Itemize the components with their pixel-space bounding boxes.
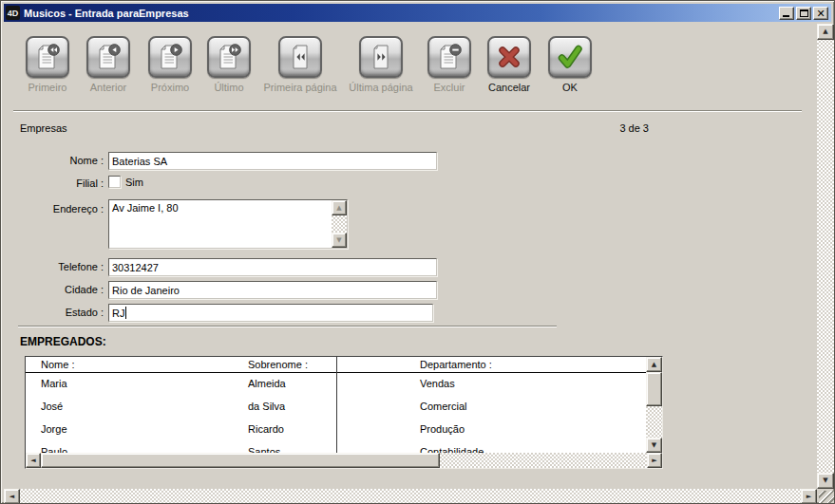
employees-vertical-scrollbar[interactable]: ▲ ▼	[646, 357, 662, 453]
section-label: Empresas	[20, 122, 67, 134]
endereco-label: Endereço :	[28, 203, 104, 215]
minimize-icon	[783, 15, 789, 17]
endereco-textarea[interactable]: Av Jaime I, 80 ▲ ▼	[108, 199, 348, 249]
cell-departamento: Comercial	[420, 401, 467, 412]
scroll-down-button[interactable]: ▼	[817, 473, 834, 489]
cell-departamento: Produção	[420, 423, 465, 435]
column-divider	[336, 357, 337, 453]
column-header-sobrenome: Sobrenome :	[248, 359, 308, 370]
scroll-left-button[interactable]: ◄	[26, 453, 41, 468]
scrollbar-thumb[interactable]	[646, 372, 662, 406]
cell-sobrenome: Almeida	[248, 378, 286, 389]
endereco-scrollbar[interactable]: ▲ ▼	[332, 200, 347, 248]
page-last-icon	[369, 43, 393, 71]
scroll-up-button[interactable]: ▲	[646, 357, 662, 372]
scrollbar-track[interactable]	[817, 24, 834, 489]
column-header-nome: Nome :	[41, 359, 74, 370]
cell-sobrenome: da Silva	[248, 401, 285, 412]
scrollbar-thumb[interactable]	[41, 453, 440, 468]
toolbar-item-ok: OK	[513, 36, 627, 93]
scroll-down-button[interactable]: ▼	[646, 438, 662, 453]
nome-label: Nome :	[28, 155, 104, 166]
scroll-right-button[interactable]: ►	[647, 453, 662, 468]
endereco-value: Av Jaime I, 80	[112, 202, 179, 214]
maximize-icon	[800, 9, 808, 17]
employees-heading: EMPREGADOS:	[20, 335, 106, 348]
page-first-icon	[288, 43, 313, 71]
window-vertical-scrollbar[interactable]: ▲ ▼	[817, 24, 834, 489]
estado-label: Estado :	[28, 307, 104, 318]
cell-nome: José	[41, 401, 63, 412]
app-window: 4D Musicos - Entrada paraEmpresas ✕ Prim…	[0, 0, 835, 504]
scroll-up-button[interactable]: ▲	[817, 24, 834, 40]
toolbar-separator	[13, 110, 802, 112]
scroll-right-button[interactable]: ►	[801, 489, 817, 504]
maximize-button[interactable]	[796, 7, 811, 20]
minimize-button[interactable]	[779, 7, 794, 20]
endereco-scroll-down-button[interactable]: ▼	[332, 233, 347, 248]
estado-input[interactable]: RJ	[108, 304, 433, 322]
app-icon: 4D	[6, 6, 20, 20]
ok-check-icon	[556, 43, 584, 71]
estado-value: RJ	[112, 308, 124, 319]
cell-departamento: Contabilidade	[420, 446, 484, 453]
close-button[interactable]: ✕	[813, 7, 828, 20]
endereco-scroll-up-button[interactable]: ▲	[332, 200, 347, 215]
form-separator	[18, 326, 557, 327]
window-title: Musicos - Entrada paraEmpresas	[24, 8, 779, 19]
toolbar-button-label: OK	[562, 82, 578, 93]
scroll-left-button[interactable]: ◄	[4, 489, 20, 504]
filial-checkbox-label: Sim	[125, 177, 143, 188]
column-header-departamento: Departamento :	[420, 359, 492, 370]
cell-sobrenome: Santos	[248, 446, 280, 453]
document-last-record-icon	[217, 43, 241, 71]
toolbar-button-label: Último	[214, 82, 243, 93]
nome-input[interactable]	[108, 152, 437, 170]
cell-sobrenome: Ricardo	[248, 423, 284, 435]
cell-nome: Paulo	[41, 446, 67, 453]
cidade-label: Cidade :	[28, 284, 104, 295]
telefone-label: Telefone :	[28, 261, 104, 272]
text-caret	[125, 307, 126, 319]
cidade-input[interactable]	[108, 281, 437, 299]
employees-horizontal-scrollbar[interactable]: ◄ ►	[26, 453, 662, 468]
cell-nome: Jorge	[41, 423, 67, 435]
employees-table: Nome : Sobrenome : Departamento : Maria …	[25, 356, 663, 469]
window-horizontal-scrollbar[interactable]: ◄ ►	[4, 489, 817, 504]
resize-grip[interactable]	[819, 491, 834, 504]
first-page-button[interactable]	[278, 36, 322, 78]
titlebar[interactable]: 4D Musicos - Entrada paraEmpresas ✕	[4, 4, 831, 22]
filial-checkbox[interactable]	[108, 176, 121, 188]
ok-button[interactable]	[548, 36, 592, 78]
record-counter: 3 de 3	[568, 122, 649, 134]
scrollbar-track[interactable]	[4, 489, 817, 504]
filial-label: Filial :	[28, 177, 104, 189]
cell-nome: Maria	[41, 378, 67, 389]
telefone-input[interactable]	[108, 258, 437, 276]
close-icon: ✕	[814, 7, 827, 20]
cell-departamento: Vendas	[420, 378, 455, 389]
